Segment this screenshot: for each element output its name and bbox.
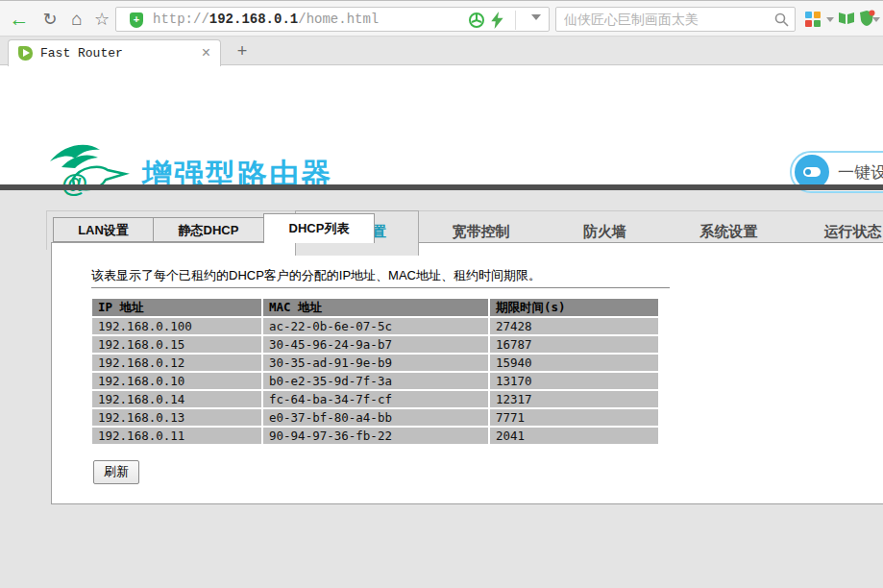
subtab-lan-settings[interactable]: LAN设置 [53, 217, 154, 242]
cell-ip: 192.168.0.15 [92, 336, 261, 353]
toggle-glyph [803, 167, 821, 177]
tab-close-icon[interactable]: × [202, 44, 210, 61]
cell-ip: 192.168.0.10 [92, 373, 261, 389]
cell-ip: 192.168.0.12 [92, 355, 261, 371]
subtab-static-dhcp[interactable]: 静态DHCP [153, 217, 264, 242]
table-row: 192.168.0.100 ac-22-0b-6e-07-5c 27428 [92, 318, 658, 334]
url-host: 192.168.0.1 [209, 12, 298, 27]
url-scheme: http:// [153, 12, 209, 27]
browser-toolbar: ← ↻ ⌂ ☆ + http://192.168.0.1/home.html [0, 0, 883, 37]
browser-tab-fast-router[interactable]: Fast Router × [8, 39, 221, 66]
cell-mac: b0-e2-35-9d-7f-3a [263, 373, 488, 389]
svg-text:@: @ [61, 168, 87, 198]
cell-ip: 192.168.0.14 [92, 391, 261, 407]
cell-lease: 2041 [490, 428, 658, 444]
nav-divider-band [0, 184, 883, 190]
subtab-dhcp-list[interactable]: DHCP列表 [263, 213, 375, 243]
back-icon[interactable]: ← [8, 8, 31, 31]
table-row: 192.168.0.10 b0-e2-35-9d-7f-3a 13170 [92, 373, 658, 389]
cell-mac: fc-64-ba-34-7f-cf [263, 391, 488, 407]
site-safety-shield-icon[interactable]: + [130, 12, 143, 28]
more-tools-chevron-icon[interactable] [872, 17, 880, 22]
router-favicon-icon [18, 46, 33, 61]
lightning-boost-icon[interactable] [489, 12, 506, 29]
search-box[interactable] [555, 7, 796, 32]
url-dropdown-chevron-icon[interactable] [531, 14, 541, 20]
url-text[interactable]: http://192.168.0.1/home.html [153, 12, 379, 27]
accelerator-icon[interactable] [468, 12, 485, 29]
table-row: 192.168.0.13 e0-37-bf-80-a4-bb 7771 [92, 409, 658, 426]
refresh-button[interactable]: 刷新 [93, 460, 139, 484]
bookmarks-book-icon[interactable] [838, 11, 855, 30]
header-mac-address: MAC 地址 [263, 299, 488, 316]
reload-icon[interactable]: ↻ [38, 8, 61, 31]
table-row: 192.168.0.15 30-45-96-24-9a-b7 16787 [92, 336, 658, 353]
cell-mac: ac-22-0b-6e-07-5c [263, 318, 488, 334]
dhcp-list-description: 该表显示了每个已租约的DHCP客户的分配的IP地址、MAC地址、租约时间期限。 [91, 267, 541, 284]
new-tab-button[interactable]: + [231, 42, 254, 61]
app-grid-tile [805, 12, 812, 18]
cell-ip: 192.168.0.100 [92, 318, 261, 334]
router-page-header: @ 增强型路由器 一键设置 设置向导 WAN设置 LAN设置 宽带控制 防火墙 … [0, 65, 883, 184]
cell-mac: e0-37-bf-80-a4-bb [263, 409, 488, 426]
table-row: 192.168.0.11 90-94-97-36-fb-22 2041 [92, 428, 658, 444]
app-grid-tile [814, 12, 821, 18]
cell-lease: 16787 [490, 336, 658, 353]
cell-mac: 30-35-ad-91-9e-b9 [263, 355, 488, 371]
header-ip-address: IP 地址 [92, 299, 261, 316]
urlbar-divider [515, 11, 516, 30]
search-input[interactable] [564, 10, 761, 29]
bookmark-star-icon[interactable]: ☆ [90, 8, 113, 31]
dhcp-client-table: IP 地址 MAC 地址 期限时间(s) 192.168.0.100 ac-22… [90, 297, 660, 446]
cell-lease: 12317 [490, 391, 658, 407]
home-icon[interactable]: ⌂ [65, 8, 88, 31]
cell-lease: 27428 [490, 318, 658, 334]
browser-tab-title: Fast Router [40, 46, 123, 61]
cell-lease: 13170 [490, 373, 658, 389]
app-grid-tile [814, 20, 821, 27]
quick-setup-label: 一键设置 [838, 161, 883, 184]
app-grid-chevron-icon[interactable] [826, 17, 834, 22]
cell-lease: 7771 [490, 409, 658, 426]
table-row: 192.168.0.14 fc-64-ba-34-7f-cf 12317 [92, 391, 658, 407]
divider [91, 287, 670, 289]
cell-ip: 192.168.0.13 [92, 409, 261, 426]
search-icon[interactable] [774, 12, 789, 31]
app-grid-icon[interactable] [805, 12, 821, 27]
table-header-row: IP 地址 MAC 地址 期限时间(s) [92, 299, 658, 316]
browser-tab-strip: Fast Router × + [0, 37, 883, 65]
app-grid-tile [805, 20, 812, 27]
router-logo-bird-icon: @ [44, 140, 140, 202]
header-lease-time: 期限时间(s) [490, 299, 658, 316]
cell-mac: 90-94-97-36-fb-22 [263, 428, 488, 444]
cell-ip: 192.168.0.11 [92, 428, 261, 444]
cell-mac: 30-45-96-24-9a-b7 [263, 336, 488, 353]
url-path: /home.html [298, 12, 379, 27]
address-bar[interactable]: + http://192.168.0.1/home.html [115, 7, 550, 32]
table-row: 192.168.0.12 30-35-ad-91-9e-b9 15940 [92, 355, 658, 371]
cell-lease: 15940 [490, 355, 658, 371]
